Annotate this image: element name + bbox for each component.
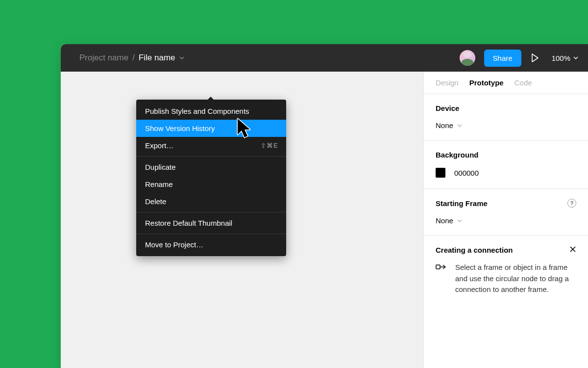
tab-design[interactable]: Design [436,79,459,87]
menu-item-export[interactable]: Export… ⇧⌘E [136,137,286,154]
menu-item-label: Delete [145,197,166,206]
menu-item-label: Move to Project… [145,240,203,249]
menu-item-version-history[interactable]: Show Version History [136,120,286,137]
help-icon[interactable]: ? [567,199,576,208]
menu-item-duplicate[interactable]: Duplicate [136,158,286,176]
close-icon[interactable] [569,246,576,254]
device-value-row[interactable]: None [436,121,576,130]
menu-item-label: Publish Styles and Components [145,107,249,115]
chevron-down-icon [573,56,578,59]
svg-rect-0 [436,265,440,269]
starting-frame-title-text: Starting Frame [436,199,488,208]
right-panel: Design Prototype Code Device None Backgr… [423,72,588,368]
menu-item-publish[interactable]: Publish Styles and Components [136,103,286,120]
device-title: Device [436,104,576,112]
app-window: Project name / File name Share 100% Desi… [61,44,588,368]
chevron-down-icon[interactable] [179,56,184,59]
starting-frame-value: None [436,216,453,225]
tab-code[interactable]: Code [514,79,532,87]
color-swatch[interactable] [436,168,445,178]
connection-icon [436,262,448,273]
panel-tabs: Design Prototype Code [424,72,588,94]
play-icon [531,53,539,62]
menu-item-move-to-project[interactable]: Move to Project… [136,236,286,253]
menu-item-delete[interactable]: Delete [136,193,286,210]
main-area: Design Prototype Code Device None Backgr… [61,72,588,368]
menu-item-rename[interactable]: Rename [136,176,286,193]
background-value: 000000 [454,169,479,177]
breadcrumb-project[interactable]: Project name [79,53,128,63]
hint-title: Creating a connection [436,246,513,254]
starting-frame-title: Starting Frame ? [436,199,576,208]
menu-item-label: Show Version History [145,124,215,132]
menu-item-label: Duplicate [145,163,176,171]
zoom-control[interactable]: 100% [552,54,578,62]
toolbar: Project name / File name Share 100% [61,44,588,72]
menu-shortcut: ⇧⌘E [261,142,278,149]
device-value: None [436,121,453,130]
menu-divider [136,156,286,157]
avatar[interactable] [460,50,475,66]
starting-frame-value-row[interactable]: None [436,216,576,225]
section-background: Background 000000 [424,141,588,189]
menu-item-label: Rename [145,180,173,188]
file-context-menu: Publish Styles and Components Show Versi… [136,100,286,256]
menu-item-label: Export… [145,141,173,150]
section-hint: Creating a connection Select a frame or … [424,236,588,305]
breadcrumb-separator: / [132,53,135,63]
menu-divider [136,212,286,212]
breadcrumb-file[interactable]: File name [139,53,175,63]
tab-prototype[interactable]: Prototype [469,79,504,87]
breadcrumb[interactable]: Project name / File name [79,53,184,63]
play-button[interactable] [531,53,539,62]
menu-item-label: Restore Default Thumbnail [145,219,232,227]
zoom-value: 100% [552,54,570,62]
chevron-down-icon [457,219,462,222]
background-value-row[interactable]: 000000 [436,168,576,178]
hint-body: Select a frame or object in a frame and … [455,262,576,295]
chevron-down-icon [457,124,462,127]
share-button[interactable]: Share [484,50,521,67]
section-starting-frame: Starting Frame ? None [424,189,588,236]
menu-divider [136,234,286,234]
menu-item-restore-thumbnail[interactable]: Restore Default Thumbnail [136,214,286,232]
section-device: Device None [424,94,588,141]
background-title: Background [436,151,576,159]
